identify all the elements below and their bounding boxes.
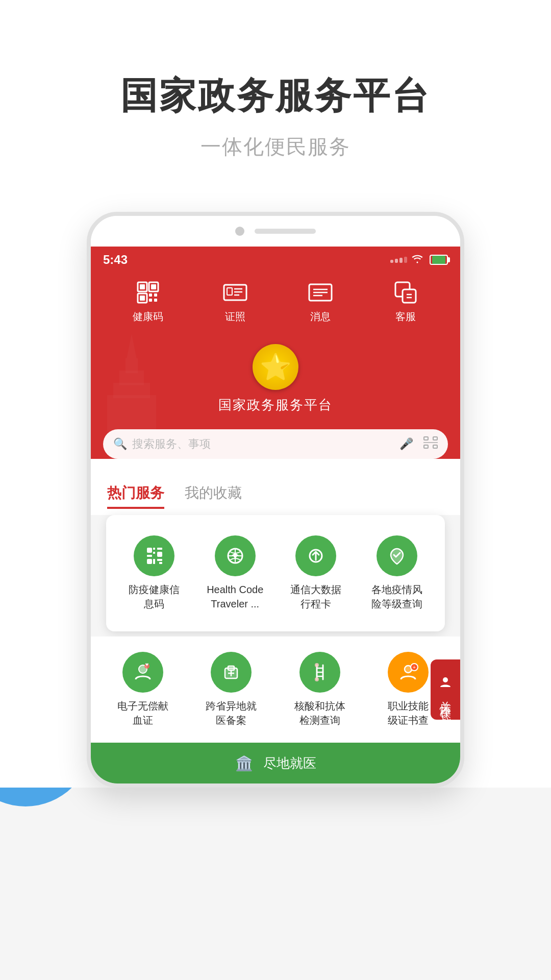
svg-rect-36 — [153, 548, 155, 550]
search-icon: 🔍 — [113, 437, 127, 451]
nucleic-icon — [299, 652, 340, 693]
service-label-job: 职业技能级证书查 — [388, 699, 429, 727]
tiananmen-bg — [101, 334, 162, 429]
service-label-telecom: 通信大数据行程卡 — [290, 582, 341, 611]
care-mode-container: 关怀模式 — [431, 636, 460, 743]
care-icon — [438, 675, 453, 689]
phone-top-bar — [91, 216, 460, 247]
svg-rect-23 — [107, 395, 156, 432]
phone-container: 5:43 — [0, 191, 551, 788]
service-section: 防疫健康信息码 — [91, 515, 460, 636]
nav-label-message: 消息 — [310, 310, 331, 324]
svg-rect-29 — [433, 437, 437, 440]
tab-hot-services[interactable]: 热门服务 — [107, 483, 164, 509]
care-mode-label: 关怀模式 — [438, 692, 453, 704]
svg-rect-35 — [147, 559, 152, 564]
service-item-telecom[interactable]: 通信大数据行程卡 — [278, 530, 354, 616]
app-nav: 健康码 证照 — [91, 271, 460, 334]
nav-item-service[interactable]: 客服 — [392, 279, 419, 324]
app-content: 5:43 — [91, 247, 460, 783]
svg-rect-37 — [153, 552, 155, 554]
service-item-risk[interactable]: 各地疫情风险等级查询 — [359, 530, 435, 616]
service-item-fangyi[interactable]: 防疫健康信息码 — [116, 530, 192, 616]
svg-rect-6 — [149, 293, 152, 297]
service-item-blood[interactable]: 电子无偿献血证 — [101, 647, 185, 732]
wifi-icon — [411, 254, 423, 266]
id-icon — [222, 279, 248, 306]
blood-icon — [122, 652, 163, 693]
svg-rect-30 — [424, 445, 428, 448]
phone-mockup: 5:43 — [87, 212, 464, 788]
service-label-blood: 电子无偿献血证 — [117, 699, 168, 727]
nav-label-health-code: 健康码 — [133, 310, 163, 324]
voice-icon[interactable]: 🎤 — [399, 437, 413, 451]
service-label-fangyi: 防疫健康信息码 — [129, 582, 180, 611]
svg-text:+: + — [413, 665, 416, 670]
nav-item-health-code[interactable]: 健康码 — [133, 279, 163, 324]
care-mode-button[interactable]: 关怀模式 — [431, 659, 460, 720]
battery-icon — [430, 255, 448, 265]
service-label-health-traveler: Health CodeTraveler ... — [207, 582, 263, 611]
risk-icon — [377, 535, 417, 576]
phone-speaker — [255, 229, 316, 234]
search-bar[interactable]: 🔍 搜索服务、事项 🎤 — [103, 429, 448, 459]
app-name-emblem: 国家政务服务平台 — [218, 396, 333, 414]
national-emblem: ⭐ — [253, 344, 298, 390]
telecom-icon — [295, 535, 336, 576]
page-header: 国家政务服务平台 一体化便民服务 — [0, 0, 551, 191]
nav-item-message[interactable]: 消息 — [307, 279, 334, 324]
job-icon: + — [388, 652, 429, 693]
nav-label-service: 客服 — [395, 310, 416, 324]
status-time: 5:43 — [103, 253, 128, 267]
page-title: 国家政务服务平台 — [31, 71, 520, 120]
svg-point-55 — [315, 677, 319, 681]
svg-rect-11 — [227, 288, 232, 295]
message-icon — [307, 279, 334, 306]
nav-label-id: 证照 — [225, 310, 245, 324]
service-item-medical[interactable]: 跨省异地就医备案 — [190, 647, 273, 732]
svg-rect-9 — [154, 299, 157, 302]
search-input[interactable]: 搜索服务、事项 — [132, 436, 394, 452]
svg-rect-1 — [140, 284, 145, 289]
status-icons — [390, 254, 448, 266]
bottom-text: 尽地就医 — [263, 754, 316, 772]
svg-rect-7 — [154, 293, 157, 297]
service-grid-row2: 电子无偿献血证 跨省异地就医备案 — [91, 636, 460, 743]
svg-rect-28 — [424, 437, 428, 440]
service-row2-container: 电子无偿献血证 跨省异地就医备案 — [91, 636, 460, 743]
svg-rect-38 — [153, 559, 155, 564]
service-tabs: 热门服务 我的收藏 — [91, 471, 460, 515]
service-popup: 防疫健康信息码 — [106, 515, 445, 631]
svg-rect-3 — [151, 284, 156, 289]
service-item-nucleic[interactable]: 核酸和抗体检测查询 — [278, 647, 362, 732]
service-item-health-traveler[interactable]: Health CodeTraveler ... — [197, 530, 273, 616]
health-traveler-icon — [215, 535, 256, 576]
svg-rect-20 — [403, 289, 416, 303]
service-icon — [392, 279, 419, 306]
svg-rect-39 — [157, 548, 162, 550]
qr-icon — [135, 279, 161, 306]
svg-rect-48 — [228, 666, 234, 670]
svg-rect-5 — [140, 296, 145, 301]
nav-item-id-card[interactable]: 证照 — [222, 279, 248, 324]
svg-rect-40 — [157, 552, 162, 557]
phone-camera — [235, 227, 244, 236]
bottom-bar: 🏛️ 尽地就医 — [91, 743, 460, 783]
status-bar: 5:43 — [91, 247, 460, 271]
app-header: 5:43 — [91, 247, 460, 459]
svg-marker-27 — [127, 334, 136, 358]
svg-rect-42 — [159, 562, 162, 564]
svg-rect-34 — [147, 555, 152, 557]
svg-rect-26 — [126, 358, 138, 373]
service-label-nucleic: 核酸和抗体检测查询 — [294, 699, 345, 727]
fangyi-icon — [134, 535, 174, 576]
svg-point-54 — [315, 663, 319, 667]
tab-my-favorites[interactable]: 我的收藏 — [185, 483, 242, 509]
scan-icon[interactable] — [423, 436, 438, 452]
page-subtitle: 一体化便民服务 — [31, 133, 520, 161]
svg-point-59 — [443, 677, 448, 682]
svg-rect-33 — [147, 548, 152, 553]
svg-rect-31 — [433, 445, 437, 448]
app-emblem-area: ⭐ 国家政务服务平台 — [91, 334, 460, 429]
svg-rect-8 — [149, 299, 152, 302]
